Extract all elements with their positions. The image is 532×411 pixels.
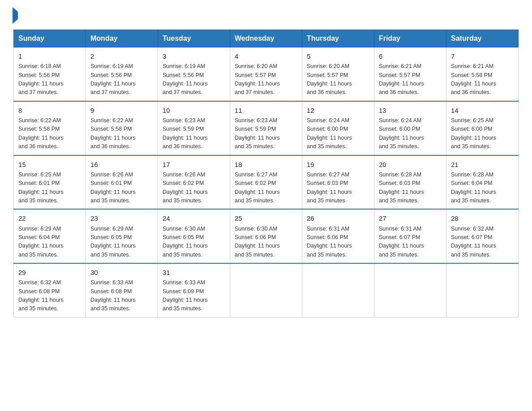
calendar-week-row: 22Sunrise: 6:29 AMSunset: 6:04 PMDayligh… bbox=[14, 209, 519, 263]
day-number: 17 bbox=[163, 159, 225, 170]
calendar-cell: 22Sunrise: 6:29 AMSunset: 6:04 PMDayligh… bbox=[14, 209, 86, 263]
calendar-cell: 2Sunrise: 6:19 AMSunset: 5:56 PMDaylight… bbox=[86, 47, 158, 101]
day-info: Sunrise: 6:18 AMSunset: 5:56 PMDaylight:… bbox=[18, 63, 64, 95]
day-info: Sunrise: 6:33 AMSunset: 6:08 PMDaylight:… bbox=[90, 279, 136, 312]
day-number: 2 bbox=[90, 51, 153, 61]
calendar-cell: 4Sunrise: 6:20 AMSunset: 5:57 PMDaylight… bbox=[230, 47, 302, 101]
day-info: Sunrise: 6:23 AMSunset: 5:59 PMDaylight:… bbox=[235, 117, 280, 150]
calendar-week-row: 29Sunrise: 6:32 AMSunset: 6:08 PMDayligh… bbox=[14, 263, 519, 317]
logo-text bbox=[13, 9, 18, 21]
calendar-cell: 18Sunrise: 6:27 AMSunset: 6:02 PMDayligh… bbox=[230, 155, 302, 210]
calendar-cell: 10Sunrise: 6:23 AMSunset: 5:59 PMDayligh… bbox=[158, 101, 230, 155]
day-info: Sunrise: 6:22 AMSunset: 5:58 PMDaylight:… bbox=[18, 117, 64, 150]
header-friday: Friday bbox=[374, 30, 446, 47]
day-number: 5 bbox=[307, 51, 369, 61]
calendar-cell: 16Sunrise: 6:26 AMSunset: 6:01 PMDayligh… bbox=[86, 155, 158, 210]
day-number: 18 bbox=[235, 159, 297, 170]
calendar-cell: 25Sunrise: 6:30 AMSunset: 6:06 PMDayligh… bbox=[230, 209, 302, 263]
logo-arrow-icon bbox=[13, 7, 18, 24]
page-header bbox=[13, 9, 519, 21]
day-info: Sunrise: 6:31 AMSunset: 6:07 PMDaylight:… bbox=[379, 226, 424, 258]
day-info: Sunrise: 6:22 AMSunset: 5:58 PMDaylight:… bbox=[90, 117, 136, 150]
header-tuesday: Tuesday bbox=[158, 30, 230, 47]
day-number: 10 bbox=[163, 105, 225, 116]
day-number: 21 bbox=[451, 159, 514, 170]
day-info: Sunrise: 6:24 AMSunset: 6:00 PMDaylight:… bbox=[379, 117, 424, 150]
calendar-cell: 24Sunrise: 6:30 AMSunset: 6:05 PMDayligh… bbox=[158, 209, 230, 263]
calendar-cell bbox=[230, 263, 302, 317]
day-number: 24 bbox=[163, 213, 225, 223]
calendar-cell: 6Sunrise: 6:21 AMSunset: 5:57 PMDaylight… bbox=[374, 47, 446, 101]
day-info: Sunrise: 6:30 AMSunset: 6:06 PMDaylight:… bbox=[235, 226, 280, 258]
day-number: 29 bbox=[18, 267, 81, 278]
calendar-week-row: 8Sunrise: 6:22 AMSunset: 5:58 PMDaylight… bbox=[14, 101, 519, 155]
day-info: Sunrise: 6:21 AMSunset: 5:58 PMDaylight:… bbox=[451, 63, 496, 95]
day-info: Sunrise: 6:19 AMSunset: 5:56 PMDaylight:… bbox=[90, 63, 136, 95]
day-number: 15 bbox=[18, 159, 81, 170]
calendar-cell: 9Sunrise: 6:22 AMSunset: 5:58 PMDaylight… bbox=[86, 101, 158, 155]
day-info: Sunrise: 6:29 AMSunset: 6:04 PMDaylight:… bbox=[18, 226, 64, 258]
calendar-cell: 31Sunrise: 6:33 AMSunset: 6:09 PMDayligh… bbox=[158, 263, 230, 317]
calendar-cell: 15Sunrise: 6:25 AMSunset: 6:01 PMDayligh… bbox=[14, 155, 86, 210]
calendar-cell: 21Sunrise: 6:28 AMSunset: 6:04 PMDayligh… bbox=[446, 155, 519, 210]
day-info: Sunrise: 6:30 AMSunset: 6:05 PMDaylight:… bbox=[163, 226, 208, 258]
calendar-week-row: 15Sunrise: 6:25 AMSunset: 6:01 PMDayligh… bbox=[14, 155, 519, 210]
day-info: Sunrise: 6:27 AMSunset: 6:03 PMDaylight:… bbox=[307, 171, 352, 204]
calendar-cell: 13Sunrise: 6:24 AMSunset: 6:00 PMDayligh… bbox=[374, 101, 446, 155]
calendar-cell: 12Sunrise: 6:24 AMSunset: 6:00 PMDayligh… bbox=[302, 101, 374, 155]
calendar-cell: 23Sunrise: 6:29 AMSunset: 6:05 PMDayligh… bbox=[86, 209, 158, 263]
day-number: 25 bbox=[235, 213, 297, 223]
day-info: Sunrise: 6:26 AMSunset: 6:02 PMDaylight:… bbox=[163, 171, 208, 204]
day-number: 19 bbox=[307, 159, 369, 170]
day-number: 31 bbox=[163, 267, 225, 278]
calendar-cell: 1Sunrise: 6:18 AMSunset: 5:56 PMDaylight… bbox=[14, 47, 86, 101]
day-number: 16 bbox=[90, 159, 153, 170]
day-info: Sunrise: 6:27 AMSunset: 6:02 PMDaylight:… bbox=[235, 171, 280, 204]
day-number: 26 bbox=[307, 213, 369, 223]
header-wednesday: Wednesday bbox=[230, 30, 302, 47]
calendar-cell: 5Sunrise: 6:20 AMSunset: 5:57 PMDaylight… bbox=[302, 47, 374, 101]
day-info: Sunrise: 6:31 AMSunset: 6:06 PMDaylight:… bbox=[307, 226, 352, 258]
logo bbox=[13, 9, 18, 21]
day-number: 22 bbox=[18, 213, 81, 223]
day-number: 12 bbox=[307, 105, 369, 116]
calendar-cell: 20Sunrise: 6:28 AMSunset: 6:03 PMDayligh… bbox=[374, 155, 446, 210]
day-number: 13 bbox=[379, 105, 442, 116]
day-info: Sunrise: 6:23 AMSunset: 5:59 PMDaylight:… bbox=[163, 117, 208, 150]
calendar-cell bbox=[302, 263, 374, 317]
calendar-cell: 7Sunrise: 6:21 AMSunset: 5:58 PMDaylight… bbox=[446, 47, 519, 101]
day-info: Sunrise: 6:19 AMSunset: 5:56 PMDaylight:… bbox=[163, 63, 208, 95]
day-info: Sunrise: 6:28 AMSunset: 6:03 PMDaylight:… bbox=[379, 171, 424, 204]
header-sunday: Sunday bbox=[14, 30, 86, 47]
calendar-cell: 29Sunrise: 6:32 AMSunset: 6:08 PMDayligh… bbox=[14, 263, 86, 317]
day-number: 9 bbox=[90, 105, 153, 116]
day-info: Sunrise: 6:26 AMSunset: 6:01 PMDaylight:… bbox=[90, 171, 136, 204]
day-info: Sunrise: 6:32 AMSunset: 6:08 PMDaylight:… bbox=[18, 279, 64, 312]
calendar-cell: 26Sunrise: 6:31 AMSunset: 6:06 PMDayligh… bbox=[302, 209, 374, 263]
header-monday: Monday bbox=[86, 30, 158, 47]
day-number: 4 bbox=[235, 51, 297, 61]
calendar-cell bbox=[446, 263, 519, 317]
calendar-cell: 27Sunrise: 6:31 AMSunset: 6:07 PMDayligh… bbox=[374, 209, 446, 263]
day-number: 1 bbox=[18, 51, 81, 61]
calendar-table: SundayMondayTuesdayWednesdayThursdayFrid… bbox=[13, 30, 519, 317]
day-number: 30 bbox=[90, 267, 153, 278]
calendar-cell: 11Sunrise: 6:23 AMSunset: 5:59 PMDayligh… bbox=[230, 101, 302, 155]
header-thursday: Thursday bbox=[302, 30, 374, 47]
calendar-cell: 19Sunrise: 6:27 AMSunset: 6:03 PMDayligh… bbox=[302, 155, 374, 210]
calendar-cell: 30Sunrise: 6:33 AMSunset: 6:08 PMDayligh… bbox=[86, 263, 158, 317]
day-info: Sunrise: 6:25 AMSunset: 6:01 PMDaylight:… bbox=[18, 171, 64, 204]
day-number: 23 bbox=[90, 213, 153, 223]
calendar-cell: 28Sunrise: 6:32 AMSunset: 6:07 PMDayligh… bbox=[446, 209, 519, 263]
day-number: 11 bbox=[235, 105, 297, 116]
day-number: 7 bbox=[451, 51, 514, 61]
day-info: Sunrise: 6:24 AMSunset: 6:00 PMDaylight:… bbox=[307, 117, 352, 150]
day-info: Sunrise: 6:33 AMSunset: 6:09 PMDaylight:… bbox=[163, 279, 208, 312]
day-info: Sunrise: 6:32 AMSunset: 6:07 PMDaylight:… bbox=[451, 226, 496, 258]
header-saturday: Saturday bbox=[446, 30, 519, 47]
calendar-cell: 17Sunrise: 6:26 AMSunset: 6:02 PMDayligh… bbox=[158, 155, 230, 210]
calendar-cell bbox=[374, 263, 446, 317]
day-number: 14 bbox=[451, 105, 514, 116]
calendar-cell: 14Sunrise: 6:25 AMSunset: 6:00 PMDayligh… bbox=[446, 101, 519, 155]
day-info: Sunrise: 6:25 AMSunset: 6:00 PMDaylight:… bbox=[451, 117, 496, 150]
